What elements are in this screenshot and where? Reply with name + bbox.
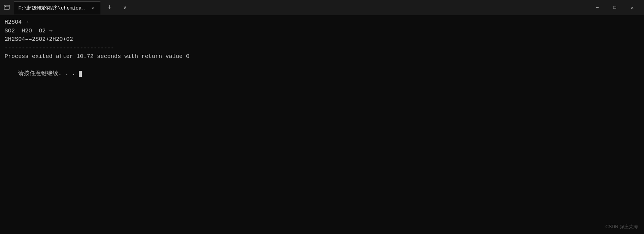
svg-rect-3 (7, 7, 9, 7)
tab-close-button[interactable]: ✕ (90, 5, 96, 11)
svg-rect-1 (5, 6, 6, 7)
maximize-button[interactable]: □ (606, 0, 623, 15)
output-line-3: 2H2SO4==2SO2+2H2O+O2 (5, 35, 639, 44)
title-bar-left: F:\超级NB的程序\chemical for ✕ + ∨ (3, 1, 588, 14)
new-tab-button[interactable]: + (103, 2, 116, 14)
cursor (79, 71, 82, 77)
svg-rect-0 (4, 5, 10, 9)
svg-rect-2 (7, 6, 9, 6)
process-exit-line: Process exited after 10.72 seconds with … (5, 53, 639, 61)
output-line-1: H2SO4 → (5, 18, 639, 27)
terminal-body: H2SO4 → SO2 H2O O2 → 2H2SO4==2SO2+2H2O+O… (0, 15, 644, 234)
tab-title: F:\超级NB的程序\chemical for (18, 5, 87, 11)
separator-line: -------------------------------- (5, 44, 639, 53)
press-key-text: 请按任意键继续. . . (18, 71, 79, 77)
title-bar: F:\超级NB的程序\chemical for ✕ + ∨ ─ □ ✕ (0, 0, 644, 15)
minimize-button[interactable]: ─ (588, 0, 606, 15)
svg-rect-4 (4, 10, 10, 10)
output-line-2: SO2 H2O O2 → (5, 27, 639, 36)
window-controls: ─ □ ✕ (588, 0, 641, 15)
window-icon (3, 4, 11, 11)
press-key-line: 请按任意键继续. . . (5, 61, 639, 87)
close-button[interactable]: ✕ (623, 0, 641, 15)
active-tab[interactable]: F:\超级NB的程序\chemical for ✕ (14, 1, 100, 14)
dropdown-button[interactable]: ∨ (119, 2, 131, 14)
watermark: CSDN @庄荣涛 (605, 223, 638, 230)
